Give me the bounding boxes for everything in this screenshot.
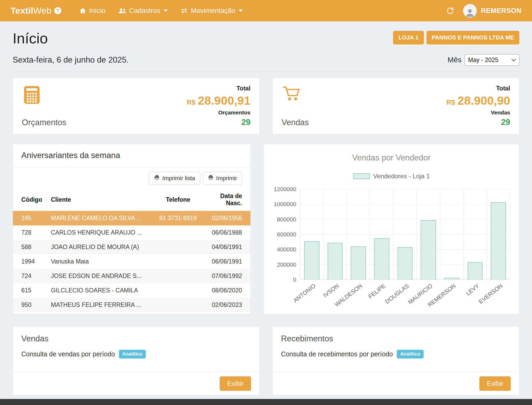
y-tick-label: 800000: [277, 216, 296, 223]
birthdays-card: Aniversariantes da semana Imprimir lista…: [13, 144, 251, 314]
cell-codigo: 195: [13, 211, 51, 226]
cell-cliente: GILCLECIO SOARES - CAMILA: [51, 283, 153, 298]
summary-label: Orçamentos: [22, 118, 66, 127]
table-row[interactable]: 950MATHEUS FELIPE FERREIRA ...02/06/2023: [13, 298, 250, 312]
brand-light: Web: [33, 6, 51, 16]
x-tick-label: IVSON: [322, 282, 340, 299]
bar-everson: [491, 202, 506, 280]
nav-item-cadastros[interactable]: Cadastros: [113, 3, 173, 18]
cell-telefone: [153, 298, 203, 312]
cell-codigo: 1994: [13, 254, 51, 269]
button-label: Imprimir: [216, 175, 237, 182]
nav-item-inicio[interactable]: Início: [74, 3, 110, 18]
print-list-button[interactable]: Imprimir lista: [149, 172, 200, 185]
cell-codigo: 724: [13, 269, 51, 283]
vendas-report-card: Vendas Consulta de vendas por período An…: [13, 326, 260, 395]
store-button[interactable]: LOJA 1: [393, 31, 424, 44]
cell-data-nasc: 02/06/2023: [203, 298, 250, 312]
total-label: Total: [496, 85, 510, 92]
col-codigo: Código: [13, 189, 51, 211]
total-amount: R$ 28.900,91: [187, 94, 250, 108]
chart-slot: [440, 189, 464, 280]
cell-telefone: [153, 254, 203, 269]
cell-telefone: [153, 225, 203, 240]
table-row[interactable]: 615GILCLECIO SOARES - CAMILA08/06/2020: [13, 283, 250, 298]
bar-levy: [468, 262, 483, 280]
chart-slot: [324, 189, 347, 280]
chart-legend[interactable]: Vendedores - Loja 1: [273, 173, 510, 180]
cell-codigo: 615: [13, 283, 51, 298]
x-tick: WALDESON: [347, 280, 370, 306]
count-value: 29: [242, 118, 250, 127]
avatar: [463, 4, 477, 18]
main-nav: Início Cadastros Movimentação: [74, 3, 248, 18]
birthday-table-body: 195MARLENE CAMELO DA SILVA ...81 3731-89…: [13, 211, 250, 315]
cell-codigo: 950: [13, 298, 51, 312]
current-date: Sexta-feira, 6 de junho de 2025.: [13, 55, 129, 65]
table-row[interactable]: 724JOSE EDSON DE ANDRADE S...07/06/1992: [13, 269, 250, 283]
app-logo[interactable]: TextilWeb: [11, 6, 52, 16]
cell-cliente: JOAO AURELIO DE MOURA (A): [51, 240, 153, 254]
summary-label: Vendas: [282, 118, 309, 127]
vendas-summary-card: Vendas Total R$ 28.900,90 Vendas 29: [272, 78, 519, 134]
cell-codigo: 951: [13, 312, 51, 314]
chart-slot: [487, 189, 510, 280]
nav-item-movimentacao[interactable]: Movimentação: [176, 3, 248, 18]
month-label: Mês: [448, 56, 461, 64]
x-tick-label: FELIPE: [367, 282, 387, 300]
exibir-vendas-button[interactable]: Exibir: [220, 376, 251, 391]
help-icon[interactable]: ?: [54, 7, 61, 14]
count-label: Vendas: [491, 109, 510, 116]
table-row[interactable]: 588JOAO AURELIO DE MOURA (A)04/06/1991: [13, 240, 250, 254]
col-data-nasc: Data de Nasc.: [203, 189, 250, 211]
bar-felipe: [374, 238, 389, 280]
cell-data-nasc: 07/06/1992: [203, 269, 250, 283]
chart-slot: [347, 189, 370, 280]
amount-value: 28.900,91: [198, 94, 250, 108]
main-content: Início LOJA 1 PANNOS E PANNOS LTDA ME Se…: [0, 21, 532, 399]
month-select[interactable]: May - 2025: [465, 54, 519, 66]
legend-label: Vendedores - Loja 1: [373, 173, 430, 180]
table-row[interactable]: 951WILLIAM FERREIRA DA SILVA02/06/2023: [13, 312, 250, 314]
y-tick-label: 400000: [277, 246, 296, 253]
currency-symbol: R$: [187, 98, 195, 107]
total-amount: R$ 28.900,90: [446, 94, 510, 108]
print-button[interactable]: Imprimir: [203, 172, 242, 185]
card-description: Consulta de vendas por período: [21, 350, 115, 358]
y-tick-label: 600000: [277, 231, 296, 238]
x-tick-label: LEVY: [465, 282, 480, 297]
table-header-row: Código Cliente Telefone Data de Nasc.: [13, 189, 250, 211]
bar-mauricio: [421, 220, 436, 280]
month-select-wrap: May - 2025: [465, 54, 519, 66]
cell-data-nasc: 02/06/2023: [203, 312, 250, 314]
chart-slot: [417, 189, 440, 280]
chart-slot: [394, 189, 417, 280]
table-row[interactable]: 195MARLENE CAMELO DA SILVA ...81 3731-89…: [13, 211, 250, 226]
analitico-badge: Analítico: [397, 350, 424, 358]
button-label: Imprimir lista: [162, 175, 195, 182]
chart-slot: [370, 189, 394, 280]
cell-data-nasc: 04/06/1991: [203, 240, 250, 254]
user-menu[interactable]: REMERSON: [463, 4, 521, 18]
calculator-icon: [22, 85, 66, 106]
y-tick-label: 0: [293, 276, 296, 283]
bar-antonio: [304, 241, 319, 280]
chevron-down-icon: [239, 9, 243, 12]
birthdays-title: Aniversariantes da semana: [13, 144, 250, 167]
brand-bold: Textil: [11, 6, 33, 16]
bar-chart: 020000040000060000080000010000001200000 …: [273, 189, 510, 306]
exibir-recebimentos-button[interactable]: Exibir: [479, 376, 511, 391]
cell-cliente: WILLIAM FERREIRA DA SILVA: [51, 312, 153, 314]
cell-cliente: CARLOS HENRIQUE ARAUJO ...: [51, 225, 153, 240]
company-button[interactable]: PANNOS E PANNOS LTDA ME: [426, 31, 519, 44]
legend-swatch: [353, 173, 370, 179]
cell-data-nasc: 02/06/1956: [203, 211, 250, 226]
y-tick-label: 200000: [277, 261, 296, 268]
chevron-down-icon: [164, 9, 168, 12]
refresh-icon[interactable]: [446, 7, 454, 15]
table-row[interactable]: 1994Vanuska Maia06/06/1991: [13, 254, 250, 269]
y-tick-label: 1000000: [274, 201, 296, 208]
page-footer: [0, 399, 532, 405]
currency-symbol: R$: [446, 98, 455, 107]
table-row[interactable]: 728CARLOS HENRIQUE ARAUJO ...06/06/1988: [13, 225, 250, 240]
